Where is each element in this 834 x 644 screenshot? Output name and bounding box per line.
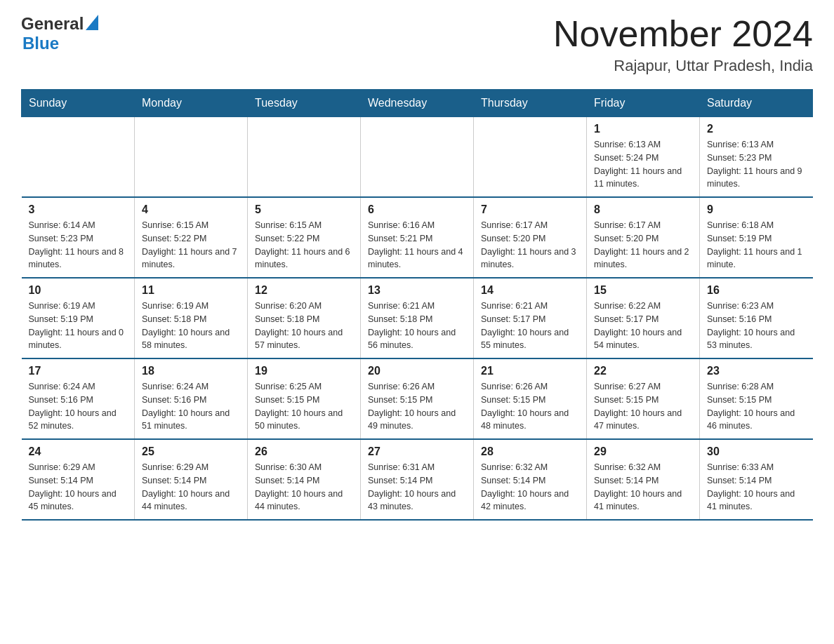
- day-number: 30: [707, 445, 806, 458]
- sun-info: Sunrise: 6:28 AMSunset: 5:15 PMDaylight:…: [707, 380, 806, 433]
- calendar-cell: 19Sunrise: 6:25 AMSunset: 5:15 PMDayligh…: [248, 358, 361, 439]
- sun-info: Sunrise: 6:24 AMSunset: 5:16 PMDaylight:…: [29, 380, 128, 433]
- sun-info: Sunrise: 6:16 AMSunset: 5:21 PMDaylight:…: [368, 219, 466, 271]
- sun-info: Sunrise: 6:27 AMSunset: 5:15 PMDaylight:…: [594, 380, 692, 433]
- calendar-cell: 12Sunrise: 6:20 AMSunset: 5:18 PMDayligh…: [248, 278, 361, 358]
- calendar-cell: [22, 117, 135, 198]
- day-number: 25: [142, 445, 240, 458]
- logo-general-text: General: [21, 14, 84, 34]
- weekday-header-tuesday: Tuesday: [248, 90, 361, 117]
- calendar-cell: 21Sunrise: 6:26 AMSunset: 5:15 PMDayligh…: [474, 358, 587, 439]
- calendar-cell: 15Sunrise: 6:22 AMSunset: 5:17 PMDayligh…: [587, 278, 700, 358]
- day-number: 20: [368, 365, 466, 377]
- day-number: 24: [29, 445, 128, 458]
- sun-info: Sunrise: 6:30 AMSunset: 5:14 PMDaylight:…: [255, 461, 353, 514]
- calendar-week-row: 24Sunrise: 6:29 AMSunset: 5:14 PMDayligh…: [22, 439, 813, 520]
- day-number: 15: [594, 284, 692, 297]
- calendar-cell: 13Sunrise: 6:21 AMSunset: 5:18 PMDayligh…: [361, 278, 474, 358]
- day-number: 4: [142, 203, 240, 216]
- day-number: 17: [29, 365, 128, 377]
- location-subtitle: Rajapur, Uttar Pradesh, India: [553, 57, 813, 75]
- calendar-cell: 26Sunrise: 6:30 AMSunset: 5:14 PMDayligh…: [248, 439, 361, 520]
- day-number: 26: [255, 445, 353, 458]
- calendar-cell: 5Sunrise: 6:15 AMSunset: 5:22 PMDaylight…: [248, 197, 361, 278]
- calendar-week-row: 10Sunrise: 6:19 AMSunset: 5:19 PMDayligh…: [22, 278, 813, 358]
- sun-info: Sunrise: 6:26 AMSunset: 5:15 PMDaylight:…: [481, 380, 579, 433]
- sun-info: Sunrise: 6:18 AMSunset: 5:19 PMDaylight:…: [707, 219, 806, 271]
- weekday-header-sunday: Sunday: [22, 90, 135, 117]
- day-number: 19: [255, 365, 353, 377]
- sun-info: Sunrise: 6:21 AMSunset: 5:18 PMDaylight:…: [368, 300, 466, 352]
- calendar-cell: 4Sunrise: 6:15 AMSunset: 5:22 PMDaylight…: [135, 197, 248, 278]
- calendar-cell: 17Sunrise: 6:24 AMSunset: 5:16 PMDayligh…: [22, 358, 135, 439]
- title-area: November 2024 Rajapur, Uttar Pradesh, In…: [553, 14, 813, 75]
- day-number: 6: [368, 203, 466, 216]
- sun-info: Sunrise: 6:31 AMSunset: 5:14 PMDaylight:…: [368, 461, 466, 514]
- calendar-cell: [248, 117, 361, 198]
- day-number: 2: [707, 123, 806, 135]
- day-number: 22: [594, 365, 692, 377]
- sun-info: Sunrise: 6:25 AMSunset: 5:15 PMDaylight:…: [255, 380, 353, 433]
- calendar-cell: 11Sunrise: 6:19 AMSunset: 5:18 PMDayligh…: [135, 278, 248, 358]
- weekday-header-row: SundayMondayTuesdayWednesdayThursdayFrid…: [22, 90, 813, 117]
- calendar-cell: 22Sunrise: 6:27 AMSunset: 5:15 PMDayligh…: [587, 358, 700, 439]
- sun-info: Sunrise: 6:24 AMSunset: 5:16 PMDaylight:…: [142, 380, 240, 433]
- sun-info: Sunrise: 6:29 AMSunset: 5:14 PMDaylight:…: [142, 461, 240, 514]
- sun-info: Sunrise: 6:29 AMSunset: 5:14 PMDaylight:…: [29, 461, 128, 514]
- sun-info: Sunrise: 6:26 AMSunset: 5:15 PMDaylight:…: [368, 380, 466, 433]
- sun-info: Sunrise: 6:13 AMSunset: 5:23 PMDaylight:…: [707, 138, 806, 191]
- sun-info: Sunrise: 6:15 AMSunset: 5:22 PMDaylight:…: [142, 219, 240, 271]
- weekday-header-wednesday: Wednesday: [361, 90, 474, 117]
- calendar-cell: 23Sunrise: 6:28 AMSunset: 5:15 PMDayligh…: [700, 358, 813, 439]
- calendar-table: SundayMondayTuesdayWednesdayThursdayFrid…: [21, 89, 813, 521]
- calendar-cell: 14Sunrise: 6:21 AMSunset: 5:17 PMDayligh…: [474, 278, 587, 358]
- sun-info: Sunrise: 6:23 AMSunset: 5:16 PMDaylight:…: [707, 300, 806, 352]
- calendar-cell: 24Sunrise: 6:29 AMSunset: 5:14 PMDayligh…: [22, 439, 135, 520]
- day-number: 12: [255, 284, 353, 297]
- sun-info: Sunrise: 6:17 AMSunset: 5:20 PMDaylight:…: [481, 219, 579, 271]
- weekday-header-monday: Monday: [135, 90, 248, 117]
- calendar-week-row: 17Sunrise: 6:24 AMSunset: 5:16 PMDayligh…: [22, 358, 813, 439]
- calendar-cell: 20Sunrise: 6:26 AMSunset: 5:15 PMDayligh…: [361, 358, 474, 439]
- calendar-cell: [474, 117, 587, 198]
- calendar-cell: 2Sunrise: 6:13 AMSunset: 5:23 PMDaylight…: [700, 117, 813, 198]
- sun-info: Sunrise: 6:22 AMSunset: 5:17 PMDaylight:…: [594, 300, 692, 352]
- sun-info: Sunrise: 6:19 AMSunset: 5:18 PMDaylight:…: [142, 300, 240, 352]
- sun-info: Sunrise: 6:33 AMSunset: 5:14 PMDaylight:…: [707, 461, 806, 514]
- calendar-cell: 25Sunrise: 6:29 AMSunset: 5:14 PMDayligh…: [135, 439, 248, 520]
- day-number: 5: [255, 203, 353, 216]
- sun-info: Sunrise: 6:32 AMSunset: 5:14 PMDaylight:…: [594, 461, 692, 514]
- logo-blue-text: Blue: [22, 34, 59, 53]
- day-number: 3: [29, 203, 128, 216]
- day-number: 16: [707, 284, 806, 297]
- weekday-header-thursday: Thursday: [474, 90, 587, 117]
- sun-info: Sunrise: 6:13 AMSunset: 5:24 PMDaylight:…: [594, 138, 692, 191]
- weekday-header-friday: Friday: [587, 90, 700, 117]
- day-number: 1: [594, 123, 692, 135]
- sun-info: Sunrise: 6:15 AMSunset: 5:22 PMDaylight:…: [255, 219, 353, 271]
- weekday-header-saturday: Saturday: [700, 90, 813, 117]
- svg-marker-0: [86, 15, 98, 30]
- calendar-cell: 16Sunrise: 6:23 AMSunset: 5:16 PMDayligh…: [700, 278, 813, 358]
- day-number: 18: [142, 365, 240, 377]
- sun-info: Sunrise: 6:19 AMSunset: 5:19 PMDaylight:…: [29, 300, 128, 352]
- sun-info: Sunrise: 6:32 AMSunset: 5:14 PMDaylight:…: [481, 461, 579, 514]
- day-number: 14: [481, 284, 579, 297]
- day-number: 21: [481, 365, 579, 377]
- calendar-cell: 8Sunrise: 6:17 AMSunset: 5:20 PMDaylight…: [587, 197, 700, 278]
- sun-info: Sunrise: 6:17 AMSunset: 5:20 PMDaylight:…: [594, 219, 692, 271]
- day-number: 7: [481, 203, 579, 216]
- calendar-cell: [135, 117, 248, 198]
- sun-info: Sunrise: 6:20 AMSunset: 5:18 PMDaylight:…: [255, 300, 353, 352]
- day-number: 13: [368, 284, 466, 297]
- calendar-cell: 28Sunrise: 6:32 AMSunset: 5:14 PMDayligh…: [474, 439, 587, 520]
- day-number: 9: [707, 203, 806, 216]
- calendar-week-row: 1Sunrise: 6:13 AMSunset: 5:24 PMDaylight…: [22, 117, 813, 198]
- calendar-cell: 7Sunrise: 6:17 AMSunset: 5:20 PMDaylight…: [474, 197, 587, 278]
- calendar-cell: 30Sunrise: 6:33 AMSunset: 5:14 PMDayligh…: [700, 439, 813, 520]
- calendar-cell: 9Sunrise: 6:18 AMSunset: 5:19 PMDaylight…: [700, 197, 813, 278]
- calendar-cell: 18Sunrise: 6:24 AMSunset: 5:16 PMDayligh…: [135, 358, 248, 439]
- day-number: 23: [707, 365, 806, 377]
- sun-info: Sunrise: 6:21 AMSunset: 5:17 PMDaylight:…: [481, 300, 579, 352]
- day-number: 8: [594, 203, 692, 216]
